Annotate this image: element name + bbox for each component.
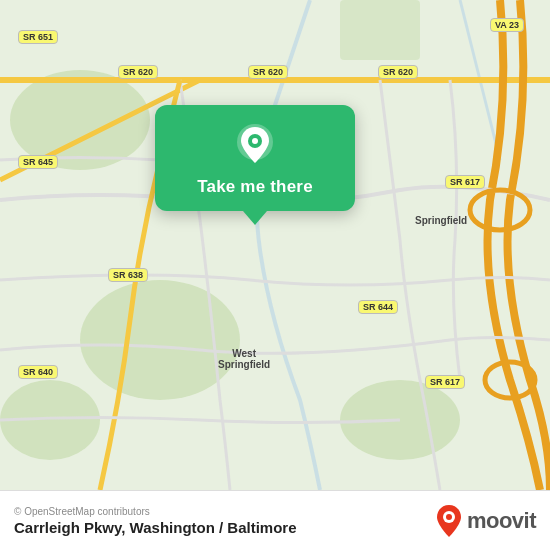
- road-badge-va23: VA 23: [490, 18, 524, 32]
- location-name: Carrleigh Pkwy, Washington / Baltimore: [14, 519, 297, 536]
- road-badge-sr620-1: SR 620: [118, 65, 158, 79]
- place-label-springfield: Springfield: [415, 215, 467, 226]
- attribution-text: © OpenStreetMap contributors: [14, 506, 297, 517]
- svg-point-14: [446, 514, 452, 520]
- road-badge-sr651: SR 651: [18, 30, 58, 44]
- bottom-bar: © OpenStreetMap contributors Carrleigh P…: [0, 490, 550, 550]
- take-me-there-button[interactable]: Take me there: [197, 177, 313, 197]
- moovit-text: moovit: [467, 508, 536, 534]
- location-pin-icon: [233, 123, 277, 167]
- svg-point-12: [252, 138, 258, 144]
- svg-rect-5: [340, 0, 420, 60]
- map-container: SR 651 SR 620 SR 620 SR 620 SR 645 SR 61…: [0, 0, 550, 490]
- road-badge-sr617-right: SR 617: [445, 175, 485, 189]
- moovit-pin-icon: [435, 504, 463, 538]
- road-badge-sr638: SR 638: [108, 268, 148, 282]
- road-badge-sr620-2: SR 620: [248, 65, 288, 79]
- road-badge-sr640: SR 640: [18, 365, 58, 379]
- road-badge-sr617-bottom: SR 617: [425, 375, 465, 389]
- place-label-west-springfield: West Springfield: [218, 348, 270, 370]
- svg-point-2: [80, 280, 240, 400]
- road-badge-sr620-3: SR 620: [378, 65, 418, 79]
- moovit-logo: moovit: [435, 504, 536, 538]
- bottom-left-info: © OpenStreetMap contributors Carrleigh P…: [14, 506, 297, 536]
- popup-card: Take me there: [155, 105, 355, 211]
- road-badge-sr644: SR 644: [358, 300, 398, 314]
- road-badge-sr645: SR 645: [18, 155, 58, 169]
